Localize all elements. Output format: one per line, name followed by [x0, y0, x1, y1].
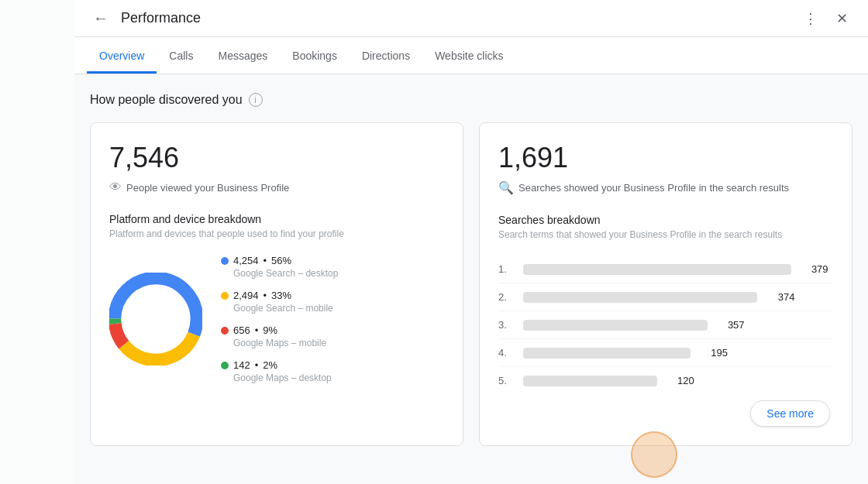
legend-pct-search-desktop: 56% [271, 255, 291, 266]
chart-legend-row: 4,254 • 56% Google Search – desktop 2,49… [109, 255, 444, 383]
searches-card: 1,691 🔍 Searches showed your Business Pr… [479, 122, 852, 446]
views-number: 7,546 [109, 142, 444, 174]
legend-sep-maps-mobile: • [255, 324, 259, 336]
see-more-button[interactable]: See more [750, 400, 830, 427]
searches-desc-text: Searches showed your Business Profile in… [518, 182, 789, 194]
legend-item-search-desktop: 4,254 • 56% Google Search – desktop [221, 255, 338, 279]
search-rank-1: 1. [498, 263, 514, 275]
legend-percent-search-desktop: • [264, 255, 267, 266]
search-rank-2: 2. [498, 291, 514, 303]
legend-item-maps-desktop: 142 • 2% Google Maps – desktop [221, 359, 338, 383]
see-more-area: See more [498, 400, 833, 427]
search-item-2: 2. 374 [498, 283, 833, 311]
search-count-4: 195 [700, 347, 728, 359]
legend-sep-maps-desktop: • [255, 359, 259, 371]
search-bar-1 [523, 264, 791, 275]
searches-description: 🔍 Searches showed your Business Profile … [498, 180, 833, 195]
search-item-3: 3. 357 [498, 311, 833, 339]
views-description: 👁 People viewed your Business Profile [109, 180, 444, 194]
legend-value-search-mobile: 2,494 [233, 290, 259, 301]
section-title: How people discovered you [90, 93, 243, 107]
sidebar-background [0, 0, 74, 484]
legend-dot-red [221, 327, 229, 335]
search-bar-5 [523, 376, 657, 386]
views-desc-text: People viewed your Business Profile [126, 182, 289, 194]
legend-pct-maps-mobile: 9% [263, 324, 277, 336]
search-count-3: 357 [717, 319, 745, 331]
searches-number: 1,691 [498, 142, 833, 174]
more-options-button[interactable]: ⋮ [797, 5, 825, 33]
legend-item-maps-mobile: 656 • 9% Google Maps – mobile [221, 324, 338, 348]
legend-value-maps-mobile: 656 [233, 324, 250, 336]
search-bar-2 [523, 292, 757, 303]
tabs-bar: Overview Calls Messages Bookings Directi… [74, 37, 868, 74]
legend-label-search-desktop: Google Search – desktop [233, 268, 338, 279]
search-bar-3 [523, 320, 708, 331]
tab-directions[interactable]: Directions [350, 50, 422, 74]
cards-row: 7,546 👁 People viewed your Business Prof… [90, 122, 852, 446]
search-count-2: 374 [766, 291, 794, 303]
tab-bookings[interactable]: Bookings [280, 50, 350, 74]
page-title: Performance [121, 10, 797, 26]
svg-point-4 [125, 288, 187, 350]
legend-dot-yellow [221, 292, 229, 300]
tab-overview[interactable]: Overview [87, 50, 157, 74]
donut-chart [109, 273, 202, 366]
tab-calls[interactable]: Calls [157, 50, 205, 74]
legend-label-search-mobile: Google Search – mobile [233, 303, 338, 314]
legend-dot-blue [221, 257, 229, 265]
search-item-1: 1. 379 [498, 256, 833, 283]
legend-sep-search-mobile: • [264, 290, 267, 301]
content-area: How people discovered you i 7,546 👁 Peop… [74, 74, 868, 484]
info-icon[interactable]: i [249, 93, 263, 107]
legend-dot-green [221, 362, 229, 369]
search-count-5: 120 [666, 375, 694, 386]
search-item-5: 5. 120 [498, 367, 833, 394]
legend-value-search-desktop: 4,254 [233, 255, 259, 266]
views-card: 7,546 👁 People viewed your Business Prof… [90, 122, 463, 446]
header: ← Performance ⋮ ✕ [74, 0, 868, 37]
legend-value-maps-desktop: 142 [233, 359, 250, 371]
header-icons: ⋮ ✕ [797, 5, 856, 33]
search-item-4: 4. 195 [498, 339, 833, 367]
searches-breakdown-title: Searches breakdown [498, 214, 833, 226]
searches-list: 1. 379 2. 374 3. 357 4. [498, 256, 833, 394]
tab-website-clicks[interactable]: Website clicks [422, 50, 515, 74]
breakdown-title: Platform and device breakdown [109, 213, 444, 225]
search-icon: 🔍 [498, 180, 514, 195]
search-rank-3: 3. [498, 319, 514, 331]
breakdown-subtitle: Platform and devices that people used to… [109, 228, 444, 239]
back-button[interactable]: ← [87, 5, 115, 33]
search-rank-4: 4. [498, 347, 514, 359]
legend-label-maps-desktop: Google Maps – desktop [233, 372, 338, 383]
search-count-1: 379 [801, 263, 828, 275]
legend-item-search-mobile: 2,494 • 33% Google Search – mobile [221, 290, 338, 314]
close-button[interactable]: ✕ [828, 5, 856, 33]
main-panel: ← Performance ⋮ ✕ Overview Calls Message… [74, 0, 868, 484]
tab-messages[interactable]: Messages [205, 50, 280, 74]
search-rank-5: 5. [498, 375, 514, 386]
legend-label-maps-mobile: Google Maps – mobile [233, 338, 338, 348]
section-header: How people discovered you i [90, 93, 852, 107]
searches-breakdown-subtitle: Search terms that showed your Business P… [498, 229, 833, 240]
chart-legend: 4,254 • 56% Google Search – desktop 2,49… [221, 255, 338, 383]
eye-icon: 👁 [109, 180, 122, 194]
legend-pct-search-mobile: 33% [271, 290, 291, 301]
legend-pct-maps-desktop: 2% [263, 359, 277, 371]
search-bar-4 [523, 348, 691, 359]
